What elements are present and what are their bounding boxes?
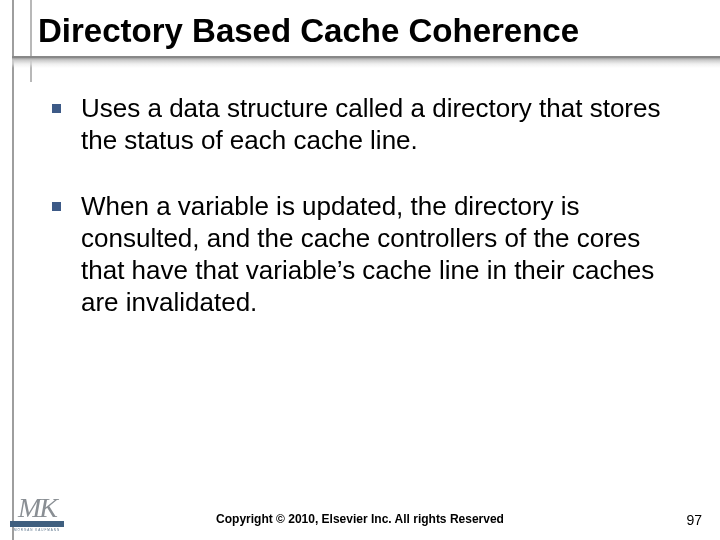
bullet-text: Uses a data structure called a directory…	[81, 92, 690, 156]
logo-subtext: MORGAN KAUFMANN	[14, 528, 60, 532]
body-content: Uses a data structure called a directory…	[52, 92, 690, 352]
left-rule-outer	[12, 0, 14, 540]
page-number: 97	[686, 512, 702, 528]
copyright-text: Copyright © 2010, Elsevier Inc. All righ…	[0, 512, 720, 526]
slide: Directory Based Cache Coherence Uses a d…	[0, 0, 720, 540]
list-item: When a variable is updated, the director…	[52, 190, 690, 318]
left-rule-inner	[30, 0, 32, 82]
bullet-text: When a variable is updated, the director…	[81, 190, 690, 318]
list-item: Uses a data structure called a directory…	[52, 92, 690, 156]
title-underline	[12, 56, 720, 68]
bullet-icon	[52, 202, 61, 211]
slide-title: Directory Based Cache Coherence	[38, 12, 710, 50]
bullet-icon	[52, 104, 61, 113]
